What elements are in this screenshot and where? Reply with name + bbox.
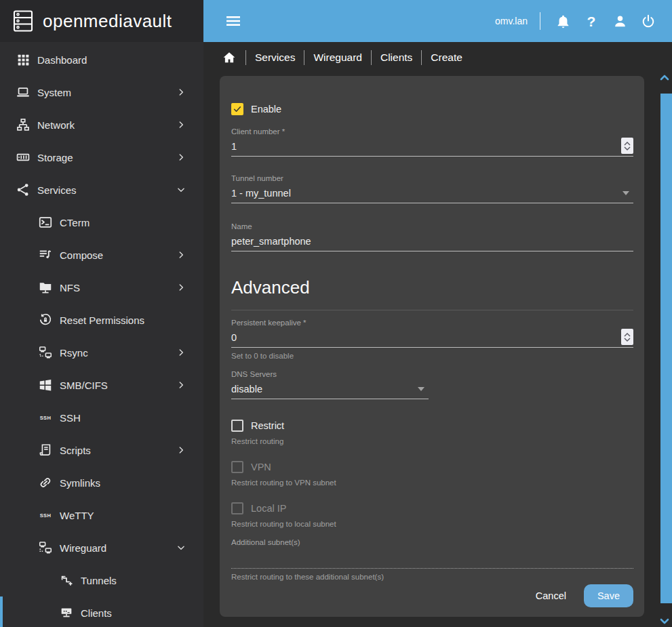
sidebar-item-compose[interactable]: Compose: [0, 239, 203, 271]
sidebar-item-cterm[interactable]: CTerm: [0, 206, 203, 239]
chevron-down-icon: [176, 185, 186, 195]
chevron-right-icon: [176, 380, 186, 390]
advanced-section-heading: Advanced: [231, 277, 633, 298]
breadcrumb-item-create[interactable]: Create: [431, 52, 462, 64]
local-ip-checkbox: [231, 502, 243, 514]
name-field: Name: [231, 222, 633, 251]
sidebar-item-label: Tunnels: [81, 575, 117, 586]
sidebar-item-clients[interactable]: Clients: [0, 596, 203, 627]
local-ip-field: Local IP Restrict routing to local subne…: [231, 501, 633, 529]
help-icon[interactable]: ?: [580, 9, 603, 33]
sidebar-item-wireguard[interactable]: Wireguard: [0, 531, 203, 564]
sidebar-item-label: Storage: [37, 152, 73, 163]
vpn-hint: Restrict routing to VPN subnet: [231, 478, 633, 487]
scrollbar-thumb[interactable]: [660, 94, 672, 603]
sidebar-item-label: SSH: [60, 412, 81, 424]
sidebar-item-symlinks[interactable]: Symlinks: [0, 466, 203, 499]
persistent-keepalive-hint: Set to 0 to disable: [231, 351, 633, 361]
sidebar-item-label: Symlinks: [60, 477, 100, 489]
sidebar-item-rsync[interactable]: Rsync: [0, 336, 203, 369]
sidebar-item-system[interactable]: System: [0, 76, 203, 108]
persistent-keepalive-input[interactable]: [231, 330, 633, 345]
sidebar-item-ssh[interactable]: SSH SSH: [0, 401, 203, 434]
vpn-label: VPN: [251, 462, 271, 472]
chevron-right-icon: [176, 87, 186, 97]
topbar: omv.lan ?: [203, 0, 672, 42]
breadcrumb-separator: [421, 50, 422, 65]
brand-title: openmediavault: [43, 11, 172, 32]
hamburger-menu-icon[interactable]: [222, 9, 245, 33]
client-number-input[interactable]: [231, 139, 633, 154]
persistent-keepalive-field: Persistent keepalive * Set to 0 to disab…: [231, 319, 633, 361]
services-share-icon: [15, 182, 31, 198]
scroll-up-icon[interactable]: [660, 71, 669, 83]
local-ip-label: Local IP: [251, 503, 286, 514]
sidebar-item-label: Services: [37, 184, 77, 196]
breadcrumb-separator: [245, 50, 246, 65]
name-input[interactable]: [231, 234, 633, 249]
dns-servers-label: DNS Servers: [231, 370, 633, 379]
additional-subnets-label: Additional subnet(s): [231, 538, 633, 547]
vpn-checkbox: [231, 461, 243, 473]
smb-windows-icon: [37, 377, 54, 393]
breadcrumb-item-wireguard[interactable]: Wireguard: [313, 52, 362, 64]
wetty-ssh-text-icon: SSH: [37, 507, 54, 523]
sidebar-item-nfs[interactable]: NFS: [0, 271, 203, 304]
sidebar: Dashboard System Network: [0, 42, 203, 627]
home-icon[interactable]: [222, 50, 237, 65]
dashboard-grid-icon: [15, 52, 31, 68]
sidebar-item-storage[interactable]: Storage: [0, 141, 203, 174]
tunnel-number-value[interactable]: [231, 186, 633, 201]
breadcrumb-item-services[interactable]: Services: [255, 52, 295, 64]
sidebar-item-label: Network: [37, 119, 75, 131]
power-icon[interactable]: [637, 9, 660, 33]
restrict-hint: Restrict routing: [231, 437, 633, 446]
symlinks-link-icon: [37, 474, 54, 491]
sidebar-item-label: Dashboard: [37, 54, 87, 66]
scroll-down-icon[interactable]: [660, 615, 669, 627]
sidebar-item-dashboard[interactable]: Dashboard: [0, 43, 203, 76]
sidebar-item-scripts[interactable]: Scripts: [0, 434, 203, 466]
sidebar-item-tunnels[interactable]: Tunnels: [0, 564, 203, 596]
name-label: Name: [231, 222, 633, 231]
sidebar-item-services[interactable]: Services: [0, 174, 203, 206]
enable-checkbox[interactable]: [231, 103, 243, 115]
persistent-keepalive-spinner[interactable]: [621, 329, 633, 345]
main-content: Services Wireguard Clients Create Enable…: [203, 42, 672, 627]
cancel-button[interactable]: Cancel: [525, 585, 577, 607]
sidebar-item-reset-permissions[interactable]: Reset Permissions: [0, 304, 203, 336]
sidebar-item-label: Compose: [60, 249, 103, 261]
sidebar-item-network[interactable]: Network: [0, 108, 203, 141]
sidebar-item-label: SMB/CIFS: [60, 380, 108, 391]
storage-disks-icon: [15, 149, 31, 165]
chevron-down-icon: [176, 543, 186, 552]
chevron-right-icon: [176, 120, 186, 129]
additional-subnets-field: Additional subnet(s) Restrict routing to…: [231, 538, 633, 582]
client-number-spinner[interactable]: [621, 138, 633, 154]
vpn-field: VPN Restrict routing to VPN subnet: [231, 460, 633, 487]
save-button[interactable]: Save: [584, 584, 633, 607]
dns-servers-select[interactable]: [231, 382, 429, 399]
spinner-up-icon: [624, 333, 631, 337]
chevron-right-icon: [176, 445, 186, 455]
sidebar-item-wetty[interactable]: SSH WeTTY: [0, 499, 203, 531]
breadcrumb-item-clients[interactable]: Clients: [380, 52, 412, 64]
notifications-bell-icon[interactable]: [551, 9, 574, 33]
additional-subnets-input[interactable]: [231, 552, 633, 567]
sidebar-item-smb-cifs[interactable]: SMB/CIFS: [0, 369, 203, 401]
app-window: openmediavault omv.lan ?: [0, 0, 672, 627]
dns-servers-value[interactable]: [231, 382, 429, 397]
cterm-console-icon: [37, 214, 54, 230]
tunnel-number-select[interactable]: [231, 186, 633, 203]
user-icon[interactable]: [608, 9, 631, 33]
chevron-right-icon: [176, 250, 186, 260]
form-actions: Cancel Save: [231, 584, 633, 609]
restrict-checkbox[interactable]: [231, 420, 243, 432]
restrict-label: Restrict: [251, 420, 284, 431]
breadcrumb: Services Wireguard Clients Create: [203, 42, 672, 73]
breadcrumb-separator: [304, 50, 304, 65]
sidebar-item-label: WeTTY: [60, 510, 94, 521]
chevron-right-icon: [176, 283, 186, 292]
spinner-down-icon: [624, 338, 631, 342]
sidebar-item-label: Wireguard: [60, 542, 106, 554]
